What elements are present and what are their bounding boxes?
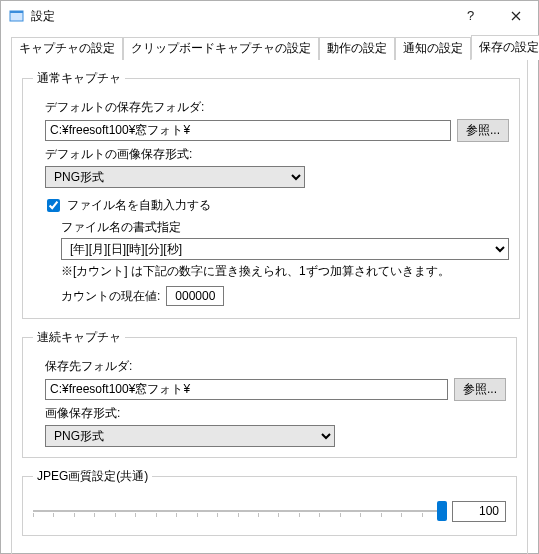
count-value: 000000 <box>166 286 224 306</box>
svg-text:?: ? <box>467 9 474 23</box>
jpeg-quality-group: JPEG画質設定(共通) 100 <box>22 468 517 536</box>
filename-spec-label: ファイル名の書式指定 <box>61 219 509 236</box>
auto-input-checkbox[interactable] <box>47 199 60 212</box>
app-icon <box>9 8 25 24</box>
count-label: カウントの現在値: <box>61 288 160 305</box>
tab-page-save: 通常キャプチャ デフォルトの保存先フォルダ: 参照... デフォルトの画像保存形… <box>11 60 528 554</box>
continuous-capture-legend: 連続キャプチャ <box>33 329 125 346</box>
tab-behavior[interactable]: 動作の設定 <box>319 37 395 60</box>
titlebar: 設定 ? <box>1 1 538 31</box>
slider-thumb[interactable] <box>437 501 447 521</box>
cont-folder-browse-button[interactable]: 参照... <box>454 378 506 401</box>
cont-folder-label: 保存先フォルダ: <box>45 358 506 375</box>
cont-format-select[interactable]: PNG形式 <box>45 425 335 447</box>
normal-capture-legend: 通常キャプチャ <box>33 70 125 87</box>
tab-capture[interactable]: キャプチャの設定 <box>11 37 123 60</box>
default-format-label: デフォルトの画像保存形式: <box>45 146 509 163</box>
default-format-select[interactable]: PNG形式 <box>45 166 305 188</box>
default-folder-label: デフォルトの保存先フォルダ: <box>45 99 509 116</box>
cont-format-label: 画像保存形式: <box>45 405 506 422</box>
tab-notification[interactable]: 通知の設定 <box>395 37 471 60</box>
svg-rect-1 <box>10 11 23 13</box>
settings-window: 設定 ? キャプチャの設定 クリップボードキャプチャの設定 動作の設定 通知の設… <box>0 0 539 554</box>
default-folder-input[interactable] <box>45 120 451 141</box>
filename-spec-select[interactable]: [年][月][日][時][分][秒] <box>61 238 509 260</box>
content-area: キャプチャの設定 クリップボードキャプチャの設定 動作の設定 通知の設定 保存の… <box>1 31 538 554</box>
default-folder-browse-button[interactable]: 参照... <box>457 119 509 142</box>
jpeg-quality-legend: JPEG画質設定(共通) <box>33 468 152 485</box>
normal-capture-group: 通常キャプチャ デフォルトの保存先フォルダ: 参照... デフォルトの画像保存形… <box>22 70 520 319</box>
jpeg-quality-value: 100 <box>452 501 506 522</box>
slider-ticks <box>33 513 442 519</box>
tab-clipboard[interactable]: クリップボードキャプチャの設定 <box>123 37 319 60</box>
cont-folder-input[interactable] <box>45 379 448 400</box>
continuous-capture-group: 連続キャプチャ 保存先フォルダ: 参照... 画像保存形式: PNG形式 <box>22 329 517 458</box>
jpeg-quality-slider[interactable] <box>33 497 442 525</box>
close-button[interactable] <box>493 1 538 31</box>
tab-save[interactable]: 保存の設定 <box>471 35 539 60</box>
count-note: ※[カウント] は下記の数字に置き換えられ、1ずつ加算されていきます。 <box>61 263 509 280</box>
window-title: 設定 <box>31 8 448 25</box>
tab-bar: キャプチャの設定 クリップボードキャプチャの設定 動作の設定 通知の設定 保存の… <box>11 39 528 60</box>
auto-input-label: ファイル名を自動入力する <box>67 197 211 214</box>
help-button[interactable]: ? <box>448 1 493 31</box>
